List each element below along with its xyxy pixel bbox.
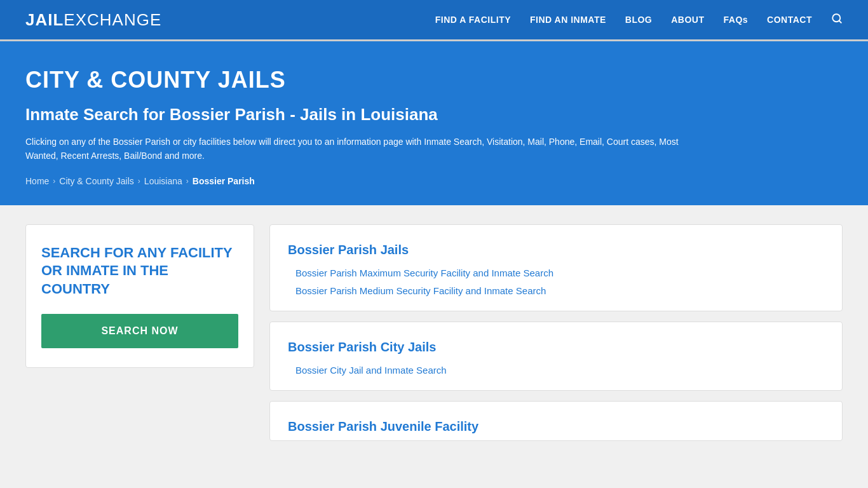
nav-menu: FIND A FACILITY FIND AN INMATE BLOG ABOU… [435, 13, 843, 27]
hero-section: CITY & COUNTY JAILS Inmate Search for Bo… [0, 41, 868, 205]
list-item: Bossier Parish Maximum Security Facility… [295, 268, 824, 279]
hero-description: Clicking on any of the Bossier Parish or… [25, 135, 712, 163]
parish-jails-title: Bossier Parish Jails [288, 243, 824, 257]
breadcrumb-sep-2: › [138, 177, 140, 186]
list-item: Bossier Parish Medium Security Facility … [295, 285, 824, 297]
parish-jails-links: Bossier Parish Maximum Security Facility… [288, 268, 824, 297]
main-content: SEARCH FOR ANY FACILITY OR INMATE IN THE… [0, 205, 868, 460]
navbar: JAILEXCHANGE FIND A FACILITY FIND AN INM… [0, 0, 868, 41]
nav-find-facility[interactable]: FIND A FACILITY [435, 15, 511, 25]
city-jails-card: Bossier Parish City Jails Bossier City J… [269, 322, 843, 391]
breadcrumb-sep-1: › [53, 177, 55, 186]
brand-logo[interactable]: JAILEXCHANGE [25, 10, 161, 30]
breadcrumb-current: Bossier Parish [193, 176, 255, 186]
breadcrumb-sep-3: › [186, 177, 189, 186]
city-jails-links: Bossier City Jail and Inmate Search [288, 365, 824, 376]
breadcrumb: Home › City & County Jails › Louisiana ›… [25, 176, 843, 186]
page-subtitle: Inmate Search for Bossier Parish - Jails… [25, 105, 843, 125]
breadcrumb-louisiana[interactable]: Louisiana [144, 176, 182, 186]
city-jails-title: Bossier Parish City Jails [288, 340, 824, 355]
juvenile-card-title: Bossier Parish Juvenile Facility [288, 419, 824, 434]
page-title: CITY & COUNTY JAILS [25, 67, 843, 93]
facility-link-med-security[interactable]: Bossier Parish Medium Security Facility … [295, 285, 546, 296]
brand-name-light: EXCHANGE [64, 10, 161, 29]
nav-faqs[interactable]: FAQs [724, 15, 749, 25]
nav-contact[interactable]: CONTACT [767, 15, 812, 25]
breadcrumb-city-county[interactable]: City & County Jails [59, 176, 133, 186]
list-item: Bossier City Jail and Inmate Search [295, 365, 824, 376]
brand-name-bold: JAIL [25, 10, 64, 29]
nav-find-inmate[interactable]: FIND AN INMATE [530, 15, 606, 25]
nav-blog[interactable]: BLOG [625, 15, 652, 25]
facility-link-city-jail[interactable]: Bossier City Jail and Inmate Search [295, 365, 447, 376]
search-icon-button[interactable] [831, 13, 843, 27]
search-icon [831, 13, 843, 24]
facility-link-max-security[interactable]: Bossier Parish Maximum Security Facility… [295, 268, 553, 278]
juvenile-card: Bossier Parish Juvenile Facility [269, 401, 843, 441]
search-now-button[interactable]: SEARCH NOW [41, 314, 238, 348]
breadcrumb-home[interactable]: Home [25, 176, 49, 186]
search-panel: SEARCH FOR ANY FACILITY OR INMATE IN THE… [25, 224, 254, 368]
nav-about[interactable]: ABOUT [671, 15, 704, 25]
search-panel-title: SEARCH FOR ANY FACILITY OR INMATE IN THE… [41, 244, 238, 299]
facilities-panel: Bossier Parish Jails Bossier Parish Maxi… [269, 224, 843, 441]
svg-line-1 [839, 20, 841, 22]
parish-jails-card: Bossier Parish Jails Bossier Parish Maxi… [269, 224, 843, 311]
